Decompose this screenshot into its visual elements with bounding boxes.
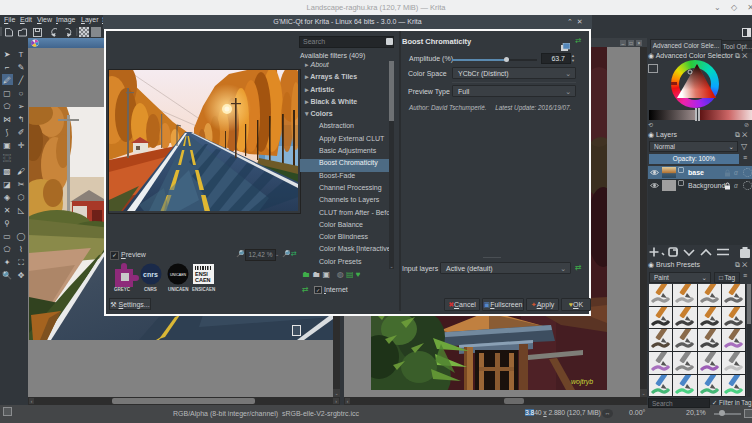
svg-text:wojtryb: wojtryb	[571, 378, 593, 386]
svg-text:UNICAEN: UNICAEN	[170, 273, 187, 277]
svg-text:cnrs: cnrs	[143, 271, 158, 278]
svg-text:CNRS: CNRS	[144, 287, 157, 292]
svg-text:ENSICAEN: ENSICAEN	[192, 287, 215, 292]
svg-text:CAEN: CAEN	[195, 277, 211, 283]
svg-text:GREYC: GREYC	[114, 287, 131, 292]
svg-text:UNICAEN: UNICAEN	[168, 287, 189, 292]
